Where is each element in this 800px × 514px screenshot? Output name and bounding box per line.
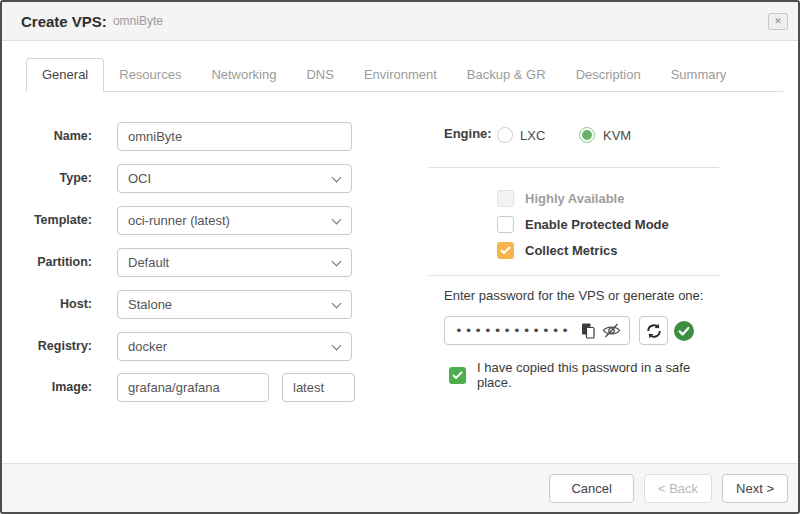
tab-general[interactable]: General [26,58,104,92]
checkbox-icon[interactable] [497,216,514,233]
type-select-value: OCI [128,171,151,186]
tab-summary[interactable]: Summary [656,59,742,91]
form-row-registry: Registry: docker [42,332,362,361]
checkbox-checked-icon[interactable] [449,367,466,384]
checkbox-collect-metrics[interactable]: Collect Metrics [497,242,617,259]
tab-resources[interactable]: Resources [104,59,196,91]
template-select-value: oci-runner (latest) [128,213,230,228]
password-confirm-checkbox[interactable]: I have copied this password in a safe pl… [449,360,719,390]
divider [429,167,719,168]
type-select[interactable]: OCI [117,164,352,193]
close-icon[interactable]: ✕ [768,13,788,30]
tab-description[interactable]: Description [561,59,656,91]
dialog-title: Create VPS: [21,13,107,30]
dialog-header: Create VPS: omniByte ✕ [2,2,798,41]
dialog-footer: Cancel < Back Next > [2,463,798,512]
refresh-icon [646,323,662,339]
engine-radio-lxc[interactable] [497,127,513,143]
template-label: Template: [17,206,92,235]
dialog-subtitle: omniByte [113,14,163,28]
form-row-host: Host: Stalone [42,290,362,319]
chevron-down-icon [332,215,342,225]
chevron-down-icon [332,173,342,183]
password-confirm-label: I have copied this password in a safe pl… [477,360,719,390]
generate-password-button[interactable] [639,316,668,345]
partition-select-value: Default [128,255,169,270]
name-input[interactable] [117,122,352,151]
chevron-down-icon [332,341,342,351]
checkbox-label: Collect Metrics [525,243,617,258]
checkbox-label: Highly Available [525,191,624,206]
registry-select-value: docker [128,339,167,354]
partition-label: Partition: [17,248,92,277]
checkbox-enable-protected-mode[interactable]: Enable Protected Mode [497,216,669,233]
registry-label: Registry: [17,332,92,361]
type-label: Type: [17,164,92,193]
image-label: Image: [17,373,92,402]
image-name-input[interactable] [117,373,269,402]
form-row-template: Template: oci-runner (latest) [42,206,362,235]
registry-select[interactable]: docker [117,332,352,361]
divider [429,275,719,276]
success-check-icon [674,321,694,341]
checkbox-highly-available[interactable]: Highly Available [497,190,624,207]
host-select-value: Stalone [128,297,172,312]
checkbox-label: Enable Protected Mode [525,217,669,232]
form-row-name: Name: [42,122,362,151]
password-label: Enter password for the VPS or generate o… [444,288,703,303]
name-label: Name: [17,122,92,151]
engine-radio-kvm-label[interactable]: KVM [603,128,631,143]
form-row-partition: Partition: Default [42,248,362,277]
copy-icon[interactable] [581,323,596,339]
tab-networking[interactable]: Networking [196,59,291,91]
tab-backup-gr[interactable]: Backup & GR [452,59,561,91]
right-panel: Engine: LXC KVM Highly Available Enable … [427,106,719,426]
password-input[interactable] [455,323,575,338]
form-row-image: Image: [42,373,362,402]
engine-label: Engine: [444,126,492,141]
partition-select[interactable]: Default [117,248,352,277]
template-select[interactable]: oci-runner (latest) [117,206,352,235]
checkbox-checked-icon[interactable] [497,242,514,259]
checkbox-icon[interactable] [497,190,514,207]
cancel-button[interactable]: Cancel [549,474,633,503]
host-select[interactable]: Stalone [117,290,352,319]
next-button[interactable]: Next > [722,474,788,503]
tab-dns[interactable]: DNS [291,59,348,91]
engine-radio-kvm[interactable] [579,127,595,143]
eye-slash-icon[interactable] [602,323,621,338]
create-vps-dialog: Create VPS: omniByte ✕ General Resources… [0,0,800,514]
engine-radio-lxc-label[interactable]: LXC [520,128,545,143]
back-button[interactable]: < Back [644,474,712,503]
chevron-down-icon [332,257,342,267]
tab-bar: General Resources Networking DNS Environ… [26,58,783,92]
password-field[interactable] [444,316,630,345]
tab-environment[interactable]: Environment [349,59,452,91]
host-label: Host: [17,290,92,319]
form-row-type: Type: OCI [42,164,362,193]
image-tag-input[interactable] [282,373,355,402]
chevron-down-icon [332,299,342,309]
